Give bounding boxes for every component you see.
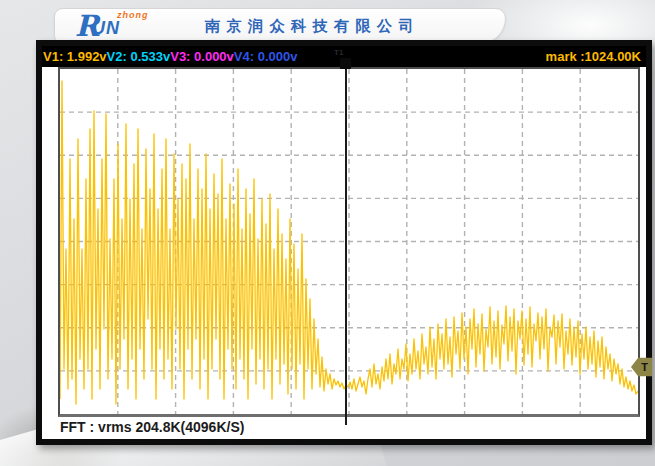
channel-readouts: V1: 1.992vV2: 0.533vV3: 0.000vV4: 0.000v: [43, 46, 297, 67]
readout-v4: V4: 0.000v: [234, 49, 298, 64]
display-frame: V1: 1.992vV2: 0.533vV3: 0.000vV4: 0.000v…: [36, 40, 652, 445]
t1-cursor-handle[interactable]: [340, 58, 351, 69]
plot-area: T1 FFT : vrms 204.8K(4096K/S): [42, 67, 646, 439]
readout-v3: V3: 0.000v: [170, 49, 234, 64]
graph-svg: [60, 69, 638, 414]
mark-readout: mark :1024.00K: [546, 46, 641, 67]
t1-cursor-line[interactable]: [345, 68, 347, 425]
readout-v1: V1: 1.992v: [43, 49, 107, 64]
run-logo: RUN zhong: [75, 9, 127, 43]
t1-cursor-label: T1: [334, 48, 343, 57]
brand-header: RUN zhong 南京润众科技有限公司: [54, 8, 506, 44]
fft-graph: [58, 67, 640, 417]
logo-text-un: UN: [92, 18, 120, 38]
readout-v2: V2: 0.533v: [107, 49, 171, 64]
logo-superscript: zhong: [117, 10, 149, 20]
instrument-screen: RUN zhong 南京润众科技有限公司 V1: 1.992vV2: 0.533…: [0, 0, 655, 466]
company-name: 南京润众科技有限公司: [205, 17, 420, 36]
fft-status-label: FFT : vrms 204.8K(4096K/S): [60, 419, 244, 435]
